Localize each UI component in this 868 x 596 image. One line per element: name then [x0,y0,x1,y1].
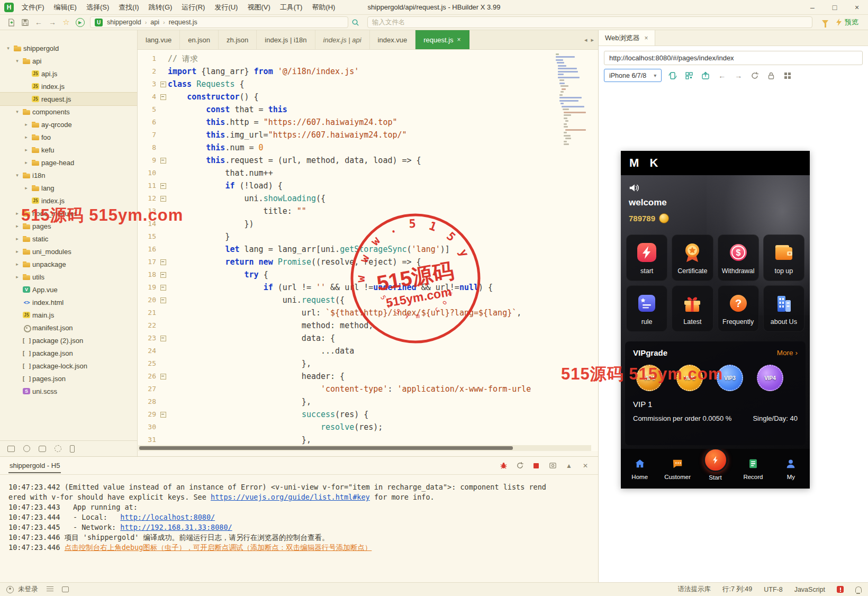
chevron-right-icon[interactable]: ▸ [22,185,30,191]
line-number[interactable]: 19 [138,281,159,294]
code-line-1[interactable]: 1// 请求 [138,52,598,65]
menu--t-[interactable]: 工具(T) [275,0,308,14]
debug-bug-icon[interactable] [499,462,508,470]
line-number[interactable]: 22 [138,319,159,332]
tree-item-uni-modules[interactable]: ▸uni_modules [0,245,137,258]
editor-tab-zh.json[interactable]: zh.json [219,30,257,49]
line-number[interactable]: 18 [138,268,159,281]
console-tab[interactable]: shippergold - H5 [8,458,61,473]
chevron-right-icon[interactable]: ▸ [22,160,30,165]
filter-icon[interactable] [822,20,828,24]
terminal-icon[interactable] [62,586,69,592]
line-number[interactable]: 26 [138,370,159,383]
monitor-icon[interactable] [39,446,46,452]
tree-item-manifest.json[interactable]: manifest.json [0,321,137,334]
browser-tab[interactable]: Web浏览器 × [599,30,655,46]
code-line-6[interactable]: 6 this.http = "https://607.haiwaiym24.to… [138,116,598,129]
menu--s-[interactable]: 选择(S) [82,0,114,14]
fold-icon[interactable] [159,91,168,103]
fold-icon[interactable] [159,179,168,192]
menu--f-[interactable]: 文件(F) [17,0,49,14]
tree-item-ay-qrcode[interactable]: ▸ay-qrcode [0,118,137,131]
tree-item-main.js[interactable]: main.js [0,309,137,321]
editor-horizontal-scrollbar[interactable] [138,445,591,451]
line-number[interactable]: 23 [138,332,159,345]
line-number[interactable]: 30 [138,421,159,434]
menu--g-[interactable]: 跳转(G) [144,0,177,14]
login-status[interactable]: 未登录 [18,585,38,594]
tree-item-pages.json[interactable]: pages.json [0,372,137,385]
tree-item-static[interactable]: ▸static [0,232,137,245]
chevron-down-icon[interactable]: ▾ [4,46,12,51]
code-line-25[interactable]: 25 }, [138,357,598,370]
app-grid-item-top-up[interactable]: top up [763,234,804,281]
tree-item-utils[interactable]: ▸utils [0,270,137,283]
code-line-28[interactable]: 28 }, [138,395,598,408]
search-input[interactable] [372,19,808,26]
grid-view-icon[interactable] [782,70,793,81]
app-grid-item-latest[interactable]: Latest [672,285,713,332]
editor-tab-en.json[interactable]: en.json [180,30,219,49]
nav-item-my[interactable]: My [772,449,810,489]
console-link[interactable]: http://localhost:8080/ [120,513,215,521]
new-file-icon[interactable] [4,16,18,28]
code-line-31[interactable]: 31 }, [138,434,598,446]
line-number[interactable]: 7 [138,129,159,141]
chevron-down-icon[interactable]: ▾ [13,109,21,114]
app-grid-item-frequently[interactable]: ?Frequently [718,285,759,332]
fold-icon[interactable] [159,154,168,167]
chevron-right-icon[interactable]: ▸ [22,122,30,127]
chevron-down-icon[interactable]: ▾ [13,58,21,64]
back-icon[interactable]: ← [32,16,46,28]
line-number[interactable]: 6 [138,116,159,129]
forward-icon[interactable]: → [46,16,59,28]
menu--h-[interactable]: 帮助(H) [307,0,340,14]
line-number[interactable]: 25 [138,357,159,370]
fold-icon[interactable] [159,370,168,383]
line-number[interactable]: 17 [138,256,159,268]
editor-tab-request.js[interactable]: request.js× [415,30,469,49]
code-line-27[interactable]: 27 'content-type': 'application/x-www-fo… [138,383,598,395]
fold-icon[interactable] [159,268,168,281]
line-number[interactable]: 20 [138,294,159,306]
code-line-10[interactable]: 10 that.num++ [138,167,598,179]
line-number[interactable]: 27 [138,383,159,395]
code-line-8[interactable]: 8 this.num = 0 [138,141,598,154]
vip-more-link[interactable]: More › [777,349,798,357]
menu--i-[interactable]: 查找(I) [114,0,143,14]
nav-item-start[interactable]: Start [697,449,734,489]
tree-item-shippergold[interactable]: ▾shippergold [0,42,137,55]
fold-icon[interactable] [159,281,168,294]
statusbar--7-49[interactable]: 行:7 列:49 [722,585,752,594]
code-line-29[interactable]: 29 success(res) { [138,408,598,421]
line-number[interactable]: 12 [138,192,159,205]
fold-icon[interactable] [159,192,168,205]
sync-panel-icon[interactable] [55,445,61,452]
save-icon[interactable] [18,16,32,28]
device-panel-icon[interactable] [70,445,75,453]
line-number[interactable]: 16 [138,243,159,256]
tree-item-package-lock.json[interactable]: package-lock.json [0,359,137,372]
tree-item-i18n[interactable]: ▾i18n [0,169,137,182]
close-button[interactable]: × [846,0,868,14]
rotate-device-icon[interactable] [667,70,678,81]
fold-icon[interactable] [159,332,168,345]
tree-item-page-head[interactable]: ▸page-head [0,156,137,169]
minimize-button[interactable]: – [801,0,824,14]
explorer-icon[interactable] [7,446,15,452]
editor-tab-lang.vue[interactable]: lang.vue [138,30,180,49]
browser-tab-close-icon[interactable]: × [645,34,648,42]
menu--u-[interactable]: 发行(U) [210,0,242,14]
app-grid-item-withdrawal[interactable]: $Withdrawal [718,234,759,281]
code-line-11[interactable]: 11 if (!load) { [138,179,598,192]
code-line-30[interactable]: 30 resolve(res); [138,421,598,434]
menu--v-[interactable]: 视图(V) [242,0,275,14]
clear-console-icon[interactable]: ✕ [581,462,590,470]
bug-panel-icon[interactable] [23,445,30,452]
chevron-right-icon[interactable]: ▸ [13,274,21,279]
tree-item-package.json[interactable]: package.json [0,347,137,359]
tree-item-uni.scss[interactable]: uni.scss [0,385,137,398]
line-number[interactable]: 11 [138,179,159,192]
code-line-9[interactable]: 9 this.request = (url, method, data, loa… [138,154,598,167]
fold-icon[interactable] [159,256,168,268]
